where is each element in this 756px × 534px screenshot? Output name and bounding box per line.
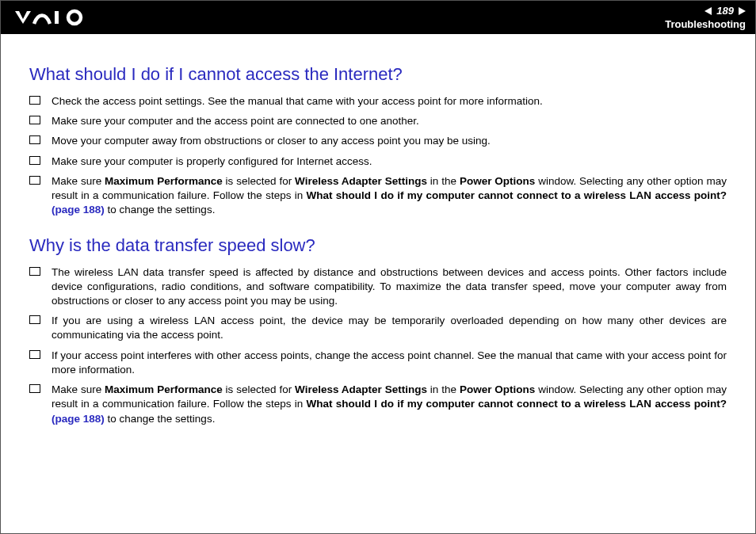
bullet-icon (29, 116, 40, 124)
next-page-icon[interactable] (739, 7, 746, 15)
item-text: Make sure Maximum Performance is selecte… (52, 383, 727, 426)
item-text: Make sure your computer is properly conf… (52, 154, 727, 169)
svg-point-2 (68, 11, 81, 24)
list-item: Make sure your computer is properly conf… (29, 154, 727, 169)
item-text: Move your computer away from obstruction… (52, 134, 727, 148)
bullet-icon (29, 267, 40, 276)
section-label: Troubleshooting (665, 18, 746, 30)
vaio-logo-mark (15, 9, 86, 29)
item-text: Make sure Maximum Performance is selecte… (52, 174, 727, 218)
item-text: The wireless LAN data transfer speed is … (52, 265, 727, 309)
page-number: 189 (716, 5, 734, 17)
page-link[interactable]: (page 188) (52, 204, 105, 216)
heading-transfer-speed: Why is the data transfer speed slow? (29, 235, 727, 256)
prev-page-icon[interactable] (704, 7, 712, 15)
bullet-icon (29, 135, 40, 144)
bullet-icon (29, 156, 40, 165)
item-text: Check the access point settings. See the… (52, 94, 727, 109)
item-text: If you are using a wireless LAN access p… (52, 314, 727, 342)
list-item: Make sure Maximum Performance is selecte… (29, 174, 727, 218)
bullet-icon (29, 96, 40, 105)
bullet-icon (29, 315, 40, 324)
page-header: .logo svg:first-child{display:none} .log… (1, 1, 755, 34)
list-internet-access: Check the access point settings. See the… (29, 94, 727, 218)
list-transfer-speed: The wireless LAN data transfer speed is … (29, 265, 727, 426)
bullet-icon (29, 350, 40, 359)
page-navigation: 189 (704, 5, 746, 17)
list-item: Move your computer away from obstruction… (29, 134, 727, 148)
page-link[interactable]: (page 188) (52, 413, 105, 425)
item-text: Make sure your computer and the access p… (52, 114, 727, 128)
list-item: Make sure your computer and the access p… (29, 114, 727, 128)
list-item: If you are using a wireless LAN access p… (29, 314, 727, 342)
header-right: 189 Troubleshooting (665, 5, 746, 30)
document-page: .logo svg:first-child{display:none} .log… (0, 0, 756, 534)
list-item: The wireless LAN data transfer speed is … (29, 265, 727, 309)
heading-internet-access: What should I do if I cannot access the … (29, 64, 727, 85)
bullet-icon (29, 384, 40, 393)
item-text: If your access point interferes with oth… (52, 349, 727, 377)
bullet-icon (29, 176, 40, 185)
list-item: Make sure Maximum Performance is selecte… (29, 383, 727, 426)
list-item: Check the access point settings. See the… (29, 94, 727, 109)
list-item: If your access point interferes with oth… (29, 349, 727, 377)
page-content: What should I do if I cannot access the … (1, 34, 755, 426)
